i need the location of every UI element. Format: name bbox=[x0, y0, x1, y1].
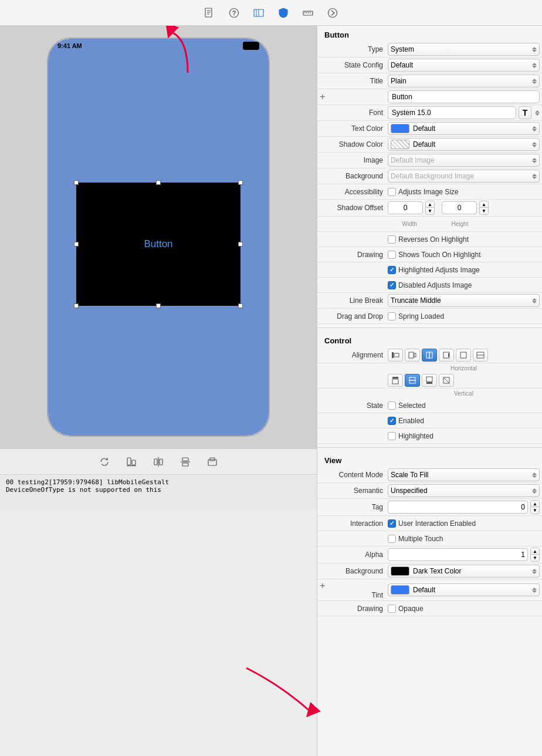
shadowoffset-width-stepper[interactable]: ▲ ▼ bbox=[425, 201, 435, 215]
plus-icon[interactable]: + bbox=[317, 92, 328, 102]
bottom-section: 00 testing2[17959:979468] libMobileGesta… bbox=[0, 448, 317, 509]
tint-plus-icon[interactable]: + bbox=[317, 580, 328, 591]
shadowoffset-height-down[interactable]: ▼ bbox=[480, 208, 488, 214]
tint-select[interactable]: Default bbox=[388, 583, 540, 596]
rotate-icon[interactable] bbox=[98, 455, 111, 468]
handle-bl[interactable] bbox=[74, 303, 79, 308]
align-bottom-icon[interactable] bbox=[125, 455, 138, 468]
ios-content: Button bbox=[48, 53, 269, 436]
shadowoffset-width-up[interactable]: ▲ bbox=[426, 201, 434, 208]
state-highlighted-control: Highlighted bbox=[388, 432, 542, 440]
wh-labels: Width Height bbox=[388, 221, 542, 227]
semantic-select[interactable]: Unspecified bbox=[388, 484, 540, 497]
font-input[interactable]: System 15.0 bbox=[388, 106, 516, 119]
forward-icon[interactable] bbox=[326, 6, 339, 19]
alpha-up[interactable]: ▲ bbox=[531, 548, 539, 555]
stateconfig-select-arrow bbox=[532, 63, 537, 68]
bottom-toolbar bbox=[0, 448, 317, 474]
shadowcolor-select[interactable]: Default bbox=[388, 138, 540, 151]
embed-icon[interactable] bbox=[206, 455, 219, 468]
font-control: System 15.0 T bbox=[388, 106, 542, 119]
align-v-btn-1[interactable] bbox=[405, 374, 420, 387]
handle-tc[interactable] bbox=[156, 180, 161, 185]
align-h-icon[interactable] bbox=[152, 455, 165, 468]
shield-icon[interactable] bbox=[277, 6, 290, 19]
svg-rect-24 bbox=[182, 463, 188, 466]
alpha-input[interactable] bbox=[388, 548, 528, 561]
contentmode-select[interactable]: Scale To Fill bbox=[388, 468, 540, 481]
document-icon[interactable] bbox=[203, 6, 216, 19]
handle-mr[interactable] bbox=[238, 242, 243, 247]
ruler-icon[interactable] bbox=[302, 6, 314, 19]
align-v-icon[interactable] bbox=[179, 455, 192, 468]
status-time: 9:41 AM bbox=[57, 42, 82, 49]
ios-device: 9:41 AM Button bbox=[47, 38, 270, 437]
disabled-adjusts-checkbox[interactable] bbox=[388, 281, 396, 289]
shadowoffset-width-down[interactable]: ▼ bbox=[426, 208, 434, 214]
bgimage-select[interactable]: Default Background Image bbox=[388, 170, 540, 183]
shadowoffset-height-up[interactable]: ▲ bbox=[480, 201, 488, 208]
tag-down[interactable]: ▼ bbox=[531, 507, 539, 514]
linebreak-select[interactable]: Truncate Middle bbox=[388, 294, 540, 307]
align-h-btn-4[interactable] bbox=[456, 349, 471, 362]
type-select[interactable]: System bbox=[388, 43, 540, 56]
selected-checkbox[interactable] bbox=[388, 401, 396, 410]
tag-stepper[interactable]: ▲ ▼ bbox=[530, 500, 540, 514]
image-select[interactable]: Default Image bbox=[388, 154, 540, 167]
section-header-control: Control bbox=[317, 332, 542, 347]
shadowoffset-height-input[interactable] bbox=[442, 201, 477, 214]
highlighted-adjusts-checkbox[interactable] bbox=[388, 266, 396, 274]
opaque-checkbox[interactable] bbox=[388, 605, 396, 613]
stateconfig-select[interactable]: Default bbox=[388, 59, 540, 72]
font-t-button[interactable]: T bbox=[519, 106, 531, 119]
reverses-checkbox[interactable] bbox=[388, 235, 396, 244]
interaction-user-row: Interaction User Interaction Enabled bbox=[317, 516, 542, 531]
library-icon[interactable] bbox=[252, 6, 265, 19]
align-h-btn-5[interactable] bbox=[473, 349, 488, 362]
title-select[interactable]: Plain bbox=[388, 75, 540, 87]
contentmode-label: Content Mode bbox=[317, 471, 388, 479]
view-background-select[interactable]: Dark Text Color bbox=[388, 565, 540, 578]
user-interaction-checkbox[interactable] bbox=[388, 519, 396, 528]
dragdrop-checkbox[interactable] bbox=[388, 312, 396, 320]
ios-button-element[interactable]: Button bbox=[76, 183, 240, 306]
title-text-input[interactable] bbox=[388, 90, 540, 103]
alpha-down[interactable]: ▼ bbox=[531, 555, 539, 561]
tag-input[interactable] bbox=[388, 501, 528, 514]
handle-ml[interactable] bbox=[74, 242, 79, 247]
align-v-btn-0[interactable] bbox=[388, 374, 403, 387]
left-panel: 9:41 AM Button bbox=[0, 26, 317, 448]
align-v-btn-2[interactable] bbox=[422, 374, 437, 387]
shadowoffset-width-input[interactable] bbox=[388, 201, 423, 214]
handle-tl[interactable] bbox=[74, 180, 79, 185]
shadowoffset-height-stepper[interactable]: ▲ ▼ bbox=[479, 201, 489, 215]
title-row: Title Plain bbox=[317, 73, 542, 89]
type-control: System bbox=[388, 43, 542, 56]
multiple-touch-checkbox[interactable] bbox=[388, 535, 396, 543]
accessibility-label: Accessibility bbox=[317, 188, 388, 196]
handle-br[interactable] bbox=[238, 303, 243, 308]
question-icon[interactable]: ? bbox=[228, 6, 240, 19]
draganddrop-control: Spring Loaded bbox=[388, 312, 542, 320]
state-enabled-control: Enabled bbox=[388, 417, 542, 425]
draganddrop-row: Drag and Drop Spring Loaded bbox=[317, 309, 542, 324]
accessibility-checkbox[interactable] bbox=[388, 188, 396, 196]
showstouch-checkbox[interactable] bbox=[388, 251, 396, 259]
bgimage-select-arrow bbox=[532, 174, 537, 179]
align-v-btn-3[interactable] bbox=[439, 374, 454, 387]
title-text-control bbox=[388, 90, 542, 103]
shadowcolor-control: Default bbox=[388, 138, 542, 151]
interaction-multitouch-control: Multiple Touch bbox=[388, 535, 542, 543]
highlighted-state-checkbox[interactable] bbox=[388, 432, 396, 440]
enabled-checkbox[interactable] bbox=[388, 417, 396, 425]
alpha-stepper[interactable]: ▲ ▼ bbox=[530, 548, 540, 562]
align-h-btn-0[interactable] bbox=[388, 349, 403, 362]
showstouch-label: Shows Touch On Highlight bbox=[398, 251, 481, 259]
align-h-btn-2[interactable] bbox=[422, 349, 437, 362]
tag-up[interactable]: ▲ bbox=[531, 501, 539, 507]
textcolor-select[interactable]: Default bbox=[388, 122, 540, 135]
align-h-btn-1[interactable] bbox=[405, 349, 420, 362]
handle-tr[interactable] bbox=[238, 180, 243, 185]
handle-bc[interactable] bbox=[156, 303, 161, 308]
align-h-btn-3[interactable] bbox=[439, 349, 454, 362]
